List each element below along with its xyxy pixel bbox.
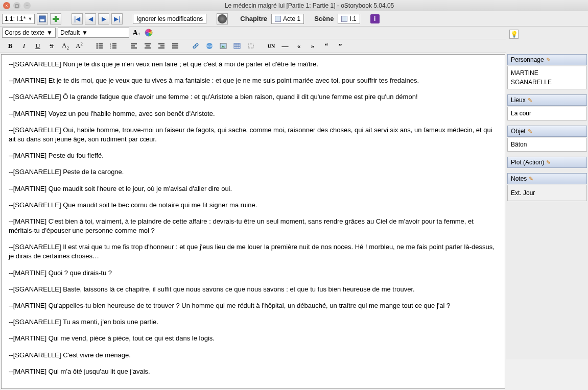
notes-panel-body[interactable]: Ext. Jour [507,185,587,201]
svg-rect-34 [234,43,240,48]
document-icon [275,16,281,22]
pencil-icon: ✎ [528,128,532,135]
editor-paragraph: --[MARTINE] Voyez un peu l'habile homme,… [9,109,498,118]
globe-button[interactable] [217,13,228,25]
svg-rect-14 [112,45,116,46]
subscript-button[interactable]: A2 [59,40,72,52]
ldquo-button[interactable]: “ [320,40,333,52]
uni-button[interactable]: UN [265,40,277,52]
personnage-title: Personnage [511,56,544,63]
plot-panel-header[interactable]: Plot (Action) ✎ [507,157,587,168]
font-family-value: Default [60,29,80,36]
font-color-button[interactable] [144,28,154,38]
align-right-button[interactable] [155,40,168,52]
svg-rect-19 [131,47,137,48]
nav-first-button[interactable]: |◀ [72,13,83,25]
font-size-button[interactable]: A↕ [131,28,142,38]
pencil-icon: ✎ [528,97,532,104]
table-button[interactable] [231,40,243,52]
editor-paragraph: --[MARTINE] Quoi ? que dirais-tu ? [9,269,498,278]
image-icon [220,42,227,50]
svg-rect-17 [131,43,137,44]
dash-button[interactable]: — [279,40,291,52]
svg-rect-12 [112,43,116,44]
lieux-panel-body: La cour [507,107,587,120]
svg-rect-8 [99,45,103,46]
location-value: 1.1: I.1* [5,15,26,22]
last-icon: ▶| [114,15,120,22]
link-button[interactable] [190,40,202,52]
notes-panel-header[interactable]: Notes ✎ [507,173,587,184]
location-selector[interactable]: 1.1: I.1* ▼ [2,14,35,24]
image-button[interactable] [217,40,229,52]
objet-panel-body: Bâton [507,138,587,152]
align-center-button[interactable] [142,40,154,52]
lieux-item[interactable]: La cour [511,109,583,118]
save-button[interactable] [37,13,48,25]
bold-button[interactable]: B [4,40,16,52]
notes-value: Ext. Jour [511,189,535,197]
chapter-chip[interactable]: Acte 1 [271,14,304,24]
underline-icon: U [35,42,40,50]
editor-paragraph: --[MARTINE] Qui me vend, pièce à pièce, … [9,334,498,343]
personnage-panel-header[interactable]: Personnage ✎ [507,54,587,65]
objet-item[interactable]: Bâton [511,140,583,149]
font-family-selector[interactable]: Default ▼ [58,28,129,38]
lieux-title: Lieux [511,96,526,104]
svg-rect-20 [145,43,151,44]
align-justify-button[interactable] [169,40,181,52]
objet-panel-header[interactable]: Objet ✎ [507,126,587,137]
window-close-button[interactable]: × [3,2,10,9]
laquo-button[interactable]: « [293,40,305,52]
link-icon [192,42,199,50]
align-left-icon [130,42,137,50]
personnage-panel-body: MARTINE SGANARELLE [507,66,587,89]
svg-rect-25 [158,47,164,48]
sidebar: 💡 Personnage ✎ MARTINE SGANARELLE Lieux … [506,27,588,359]
editor-textarea[interactable]: --[SGANARELLE] Non je te dis que je n'en… [2,55,505,388]
nav-next-button[interactable]: ▶ [98,13,109,25]
ignore-modifications-button[interactable]: Ignorer les modifications [133,14,206,24]
editor-container: --[SGANARELLE] Non je te dis que je n'en… [1,54,505,389]
color-wheel-icon [145,29,153,37]
align-center-icon [144,42,151,50]
info-button[interactable]: i [370,14,380,23]
raquo-button[interactable]: » [307,40,319,52]
next-icon: ▶ [102,15,106,22]
superscript-button[interactable]: A2 [73,40,85,52]
window-minimize-button[interactable]: – [23,2,31,9]
svg-rect-3 [53,18,59,20]
scene-chip[interactable]: I.1 [338,14,360,24]
svg-rect-27 [172,45,178,46]
bullet-list-button[interactable] [93,40,106,52]
external-link-button[interactable] [203,40,216,52]
align-left-button[interactable] [128,40,140,52]
editor-paragraph: --[MARTINE] Qui m'a ôté jusqu'au lit que… [9,367,498,376]
editor-paragraph: --[SGANARELLE] Oui, habile homme, trouve… [9,126,498,144]
nav-prev-button[interactable]: ◀ [85,13,96,25]
personnage-item[interactable]: SGANARELLE [511,78,583,87]
idea-button[interactable]: 💡 [509,30,519,39]
numbered-list-button[interactable]: 123 [107,40,120,52]
lieux-panel-header[interactable]: Lieux ✎ [507,94,587,106]
scene-label: Scène [312,15,336,22]
paragraph-style-selector[interactable]: Corps de texte ▼ [2,28,56,38]
svg-rect-26 [172,43,178,44]
strikethrough-button[interactable]: S [45,40,58,52]
svg-point-30 [195,43,198,46]
personnage-item[interactable]: MARTINE [511,68,583,78]
svg-rect-23 [158,43,164,44]
notes-title: Notes [511,175,527,182]
underline-button[interactable]: U [32,40,44,52]
rdquo-button[interactable]: ” [334,40,346,52]
dash-icon: — [282,42,289,50]
editor-paragraph: --[MARTINE] C'est bien à toi, vraiment, … [9,217,498,235]
strike-icon: S [50,42,53,50]
italic-button[interactable]: I [18,40,30,52]
add-button[interactable] [50,13,61,25]
svg-rect-6 [99,43,103,44]
window-maximize-button[interactable]: ▢ [13,2,20,9]
nav-last-button[interactable]: ▶| [111,13,123,25]
format-toolbar: B I U S A2 A2 123 UN — « » “ ” [0,39,506,53]
special-char-button[interactable] [245,40,257,52]
